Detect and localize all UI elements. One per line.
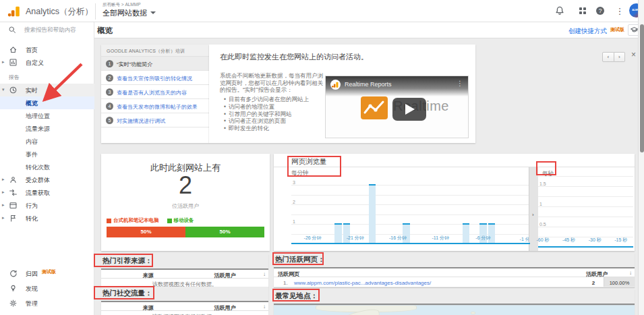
admin-gear-icon (9, 299, 18, 308)
per-second-plot: 每秒 0.511.5-60 秒-45 秒-30 秒-15 秒 (538, 167, 633, 251)
active-users-value: 2 (585, 280, 602, 286)
chevron-right-icon: › (532, 212, 534, 218)
chart-baseline (538, 246, 633, 248)
expand-arrow-icon: ▸ (2, 215, 5, 221)
more-options-icon[interactable]: ⋮ (614, 5, 626, 18)
video-titlebar: Realtime Reports ⋮ (326, 76, 468, 96)
desktop-legend-label: 台式机和笔记本电脑 (113, 217, 159, 224)
video-more-icon[interactable]: ⋮ (457, 80, 463, 87)
pageviews-bar (369, 184, 376, 243)
account-breadcrumb[interactable]: 所有帐号 > ALMMP (103, 2, 141, 8)
desktop-bar-segment: 50% (107, 227, 185, 237)
video-title: Realtime Reports (345, 81, 392, 88)
expand-arrow-icon: ▸ (2, 190, 5, 195)
realtime-clock-icon (9, 86, 18, 94)
pageviews-card-header: 网页浏览量 (274, 154, 635, 167)
pageviews-card: 网页浏览量 每分钟 123-26 分钟-21 分钟-16 分钟-11 分钟-6 … (274, 154, 635, 251)
tutorial-carousel-nav: ‹ › (602, 52, 625, 62)
tutorial-title: 在此即时监控发生在您网站上的访问者活动。 (220, 52, 368, 62)
collapse-arrow-icon: ▾ (2, 87, 5, 92)
sidebar-item-attribution[interactable]: 归因 测试版 (0, 267, 94, 280)
sidebar-item-realtime-overview[interactable]: 概览 (0, 96, 94, 109)
attribution-icon (9, 269, 18, 278)
video-thumbnail[interactable]: Realtime Reports ⋮ Realtime (325, 76, 469, 138)
audience-person-icon (9, 175, 18, 184)
help-icon[interactable]: ? (595, 5, 607, 18)
sort-descending-icon[interactable]: ↓ (263, 304, 266, 310)
tutorial-step-2[interactable]: 2查看当天宣传所吸引的转化情况 (101, 71, 209, 85)
search-icon (8, 26, 16, 34)
attribution-beta-badge: 测试版 (42, 268, 56, 275)
active-pages-table-header: 活跃网页 活跃用户 ↓ (274, 268, 635, 277)
top-social-title: 热门社交流量： (101, 287, 268, 301)
sidebar-item-home[interactable]: 首页 (0, 43, 94, 56)
create-shortcut-link[interactable]: 创建快捷方式 (568, 27, 607, 36)
tutorial-step-4[interactable]: 4查看当天发布的微博和帖子的效果 (101, 99, 209, 113)
property-selector[interactable]: 全部网站数据 (103, 8, 156, 18)
sidebar-item-realtime-conversions[interactable]: 转化次数 (0, 161, 94, 173)
active-users-subtitle: 位活跃用户 (101, 202, 270, 210)
scrollbar-thumb[interactable] (640, 24, 644, 152)
page-scrollbar (638, 0, 644, 315)
analytics-app: Analytics（分析） 所有帐号 > ALMMP 全部网站数据 ? ⋮ AL… (0, 0, 644, 315)
conversions-flag-icon (9, 214, 18, 223)
app-title: Analytics（分析） (26, 6, 93, 18)
expand-arrow-icon: ▸ (2, 59, 5, 65)
top-locations-panel: 最常见地点： (274, 289, 635, 315)
sidebar-item-realtime-locations[interactable]: 地理位置 (0, 109, 94, 122)
ga-mini-logo-icon (330, 80, 341, 90)
discover-bulb-icon (9, 284, 18, 293)
top-locations-title: 最常见地点： (274, 289, 635, 304)
sidebar-item-realtime-events[interactable]: 事件 (0, 148, 94, 161)
map-landmass (471, 312, 475, 314)
sidebar-item-admin[interactable]: 管理 (0, 297, 94, 310)
search-input[interactable]: 搜索报告和帮助内容 (0, 24, 94, 36)
tutorial-content-panel: 在此即时监控发生在您网站上的访问者活动。 系统会不间断地更新数据，每当有用户浏览… (209, 45, 475, 143)
mobile-legend-label: 移动设备 (174, 217, 194, 224)
active-users-card: 此时此刻网站上有 2 位活跃用户 台式机和笔记本电脑 移动设备 50% 50% (101, 154, 270, 251)
sidebar-item-customization[interactable]: ▸ 自定义 (0, 56, 94, 69)
tutorial-step-5[interactable]: 5对实施情况进行调试 (101, 113, 209, 127)
page-toolbar: 概览 创建快捷方式 测试版 (94, 22, 644, 38)
sidebar-item-discover[interactable]: 发现 (0, 282, 94, 295)
notifications-bell-icon[interactable] (554, 5, 566, 18)
top-social-panel: 热门社交流量： 来源 活跃用户 ↓ 该数据视图没有任何数据。 (101, 287, 268, 315)
active-users-count: 2 (101, 171, 270, 200)
per-minute-plot: 123-26 分钟-21 分钟-16 分钟-11 分钟-6 分钟-1 分钟 (291, 179, 530, 244)
search-placeholder: 搜索报告和帮助内容 (24, 26, 76, 34)
shortcut-beta-badge: 测试版 (610, 26, 624, 33)
tutorial-bullet-list: 目前有多少访问者在您的网站上 访问者的地理位置 引荐用户的关键字和网站 访问者正… (224, 96, 332, 132)
top-referrals-title: 热门引荐来源： (101, 254, 268, 268)
sidebar-item-realtime-content[interactable]: 内容 (0, 135, 94, 148)
row-rank: 1. (283, 280, 288, 286)
sidebar-item-realtime[interactable]: ▾ 实时 (0, 84, 94, 96)
device-split-bar: 50% 50% (107, 227, 264, 237)
tutorial-bullet: 即时发生的转化 (224, 125, 332, 132)
tutorial-bullet: 目前有多少访问者在您的网站上 (224, 96, 332, 103)
sidebar-item-realtime-traffic-sources[interactable]: 流量来源 (0, 122, 94, 135)
top-active-pages-panel: 热门活跃网页： 活跃网页 活跃用户 ↓ 1. www.aippm.com/pla… (274, 253, 635, 287)
locations-map[interactable] (274, 305, 635, 315)
tutorial-header: GOODLE ANALYTICS（分析）培训 (101, 45, 209, 57)
svg-text:?: ? (599, 7, 602, 14)
pageviews-bar (334, 223, 342, 243)
sidebar-item-audience[interactable]: ▸ 受众群体 (0, 173, 94, 186)
mobile-legend-swatch (167, 219, 172, 223)
sort-descending-icon[interactable]: ↓ (263, 271, 266, 277)
sidebar-item-conversions[interactable]: ▸ 转化 (0, 212, 94, 225)
tutorial-step-3[interactable]: 3查看是否有人浏览当天的内容 (101, 85, 209, 99)
behavior-window-icon (9, 201, 18, 210)
play-button[interactable] (392, 98, 426, 121)
sidebar-item-behavior[interactable]: ▸ 行为 (0, 199, 94, 212)
carousel-prev-button[interactable]: ‹ (602, 52, 614, 62)
apps-grid-icon[interactable] (577, 5, 589, 18)
tutorial-step-1[interactable]: 1“实时”功能简介 (101, 57, 209, 71)
tutorial-bullet: 访问者的地理位置 (224, 103, 332, 111)
expand-arrow-icon: ▸ (2, 202, 5, 208)
tutorial-close-icon[interactable]: × (631, 50, 636, 59)
sort-descending-icon[interactable]: ↓ (629, 270, 632, 276)
sidebar-item-acquisition[interactable]: ▸ 流量获取 (0, 186, 94, 199)
tutorial-body-text: 系统会不间断地更新数据，每当有用户浏览网页时，您都可以在几秒钟内看到相关的报告。… (220, 72, 328, 94)
active-page-link[interactable]: www.aippm.com/plastic-pac...advantages-d… (294, 280, 431, 286)
carousel-next-button[interactable]: › (614, 52, 626, 62)
